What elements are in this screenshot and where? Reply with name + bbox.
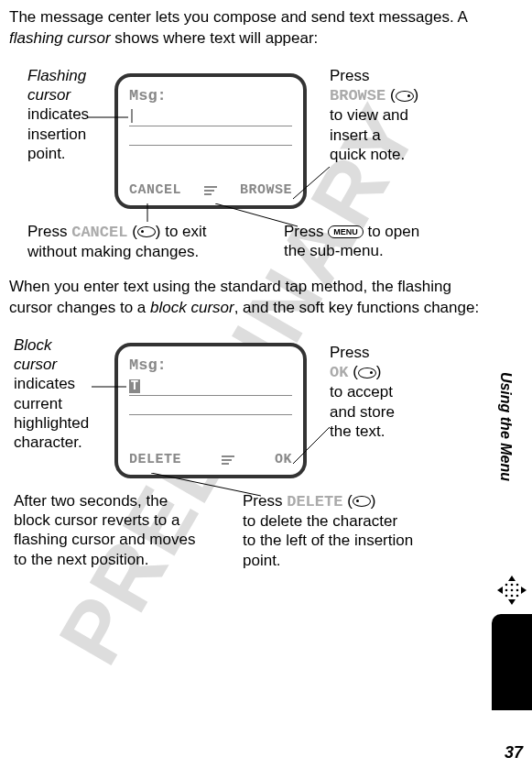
co-ok-l2: OK — [330, 364, 348, 381]
flashing-cursor — [131, 109, 134, 123]
co-br-l3: to view and — [330, 106, 408, 124]
svg-point-14 — [505, 595, 508, 598]
co-ok-l4: and store — [330, 403, 395, 421]
right-softkey-icon — [396, 91, 414, 102]
callout-block-cursor: Block cursor indicates current highlight… — [14, 335, 89, 453]
co-ca-l2: without making changes. — [27, 243, 199, 260]
co-fc-l4: insertion — [27, 126, 86, 143]
callout-flashing-cursor: Flashing cursor indicates insertion poin… — [27, 66, 89, 163]
callout-ok: Press OK () to accept and store the text… — [330, 343, 395, 441]
msg-label-2: Msg: — [129, 356, 292, 377]
softkey-ok: OK — [275, 451, 292, 469]
intro-flashing-term: flashing cursor — [9, 29, 111, 47]
svg-marker-9 — [497, 587, 503, 594]
co-fc-l5: point. — [27, 145, 66, 162]
intro-text-1: The message center lets you compose and … — [9, 8, 467, 26]
co-rv-l4: to the next position. — [14, 551, 148, 568]
intro-text-2: shows where text will appear: — [111, 29, 319, 47]
co-bc-l6: character. — [14, 433, 82, 451]
co-de-l2: to delete the character — [243, 512, 397, 530]
svg-point-13 — [516, 589, 519, 592]
svg-point-15 — [511, 595, 514, 598]
co-rv-l3: flashing cursor and moves — [14, 531, 195, 548]
co-me-p2: to open — [364, 223, 419, 240]
softkey-row-1: CANCEL BROWSE — [118, 181, 303, 200]
co-br-l1: Press — [330, 67, 369, 84]
intro-paragraph: The message center lets you compose and … — [9, 7, 482, 49]
softkey-delete: DELETE — [129, 451, 181, 469]
co-bc-l1: Block — [14, 336, 52, 354]
diagram-1: Msg: CANCEL BROWSE Flashing cursor indic… — [9, 66, 482, 277]
co-me-p1: Press — [284, 223, 328, 240]
svg-marker-8 — [508, 599, 516, 605]
msg-input-line3: T — [129, 379, 292, 396]
co-bc-l2: cursor — [14, 356, 57, 373]
phone-screen-1: Msg: CANCEL BROWSE — [114, 73, 307, 209]
co-de-l3: to the left of the insertion — [243, 532, 413, 549]
co-br-l4: insert a — [330, 126, 381, 144]
co-de-l4: point. — [243, 552, 281, 569]
msg-label-1: Msg: — [129, 86, 292, 107]
co-de-p1: Press — [243, 492, 287, 510]
left-softkey-icon — [137, 226, 156, 237]
callout-delete: Press DELETE () to delete the character … — [243, 491, 413, 570]
softkey-browse: BROWSE — [240, 181, 292, 200]
svg-point-19 — [516, 584, 519, 587]
svg-point-18 — [511, 584, 514, 587]
co-fc-l1: Flashing — [27, 67, 86, 84]
msg-input-line1 — [129, 109, 292, 126]
co-bc-l4: current — [14, 395, 62, 412]
co-rv-l1: After two seconds, the — [14, 492, 168, 510]
softkey-row-2: DELETE OK — [118, 451, 303, 469]
svg-point-12 — [511, 589, 514, 592]
co-rv-l2: block cursor reverts to a — [14, 511, 179, 529]
mid-paragraph: When you enter text using the standard t… — [9, 277, 482, 319]
co-ca-p1: Press — [27, 223, 71, 240]
svg-marker-10 — [521, 587, 527, 594]
menu-icon-2 — [222, 455, 234, 465]
msg-input-line2 — [129, 128, 292, 146]
co-de-mono: DELETE — [287, 493, 342, 510]
co-fc-l2: cursor — [27, 86, 71, 104]
right-softkey-icon-2 — [358, 368, 376, 379]
mid-p2: , and the soft key functions change: — [234, 299, 479, 316]
co-ca-mono: CANCEL — [71, 224, 127, 241]
callout-revert: After two seconds, the block cursor reve… — [14, 491, 195, 569]
mid-block-term: block cursor — [150, 299, 234, 316]
softkey-cancel: CANCEL — [129, 181, 181, 200]
co-bc-l5: highlighted — [14, 414, 89, 432]
msg-input-line4 — [129, 398, 292, 415]
callout-browse: Press BROWSE () to view and insert a qui… — [330, 66, 418, 164]
co-br-l5: quick note. — [330, 146, 405, 163]
co-bc-l3: indicates — [14, 375, 75, 392]
phone-screen-2: Msg: T DELETE OK — [114, 343, 307, 478]
svg-point-16 — [516, 595, 519, 598]
co-fc-l3: indicates — [27, 105, 89, 123]
co-ca-p2: to exit — [160, 223, 206, 240]
callout-cancel: Press CANCEL () to exit without making c… — [27, 222, 207, 262]
callout-menu: Press MENU to open the sub-menu. — [284, 222, 419, 261]
svg-point-11 — [505, 589, 508, 592]
menu-key-icon: MENU — [328, 225, 364, 238]
page-content: The message center lets you compose and … — [0, 0, 532, 583]
co-ok-l5: the text. — [330, 422, 385, 440]
co-me-l2: the sub-menu. — [284, 242, 384, 259]
co-ok-l3: to accept — [330, 383, 393, 400]
svg-point-17 — [505, 584, 508, 587]
block-cursor: T — [129, 379, 140, 393]
left-softkey-icon-2 — [353, 496, 371, 507]
co-br-l2: BROWSE — [330, 87, 385, 104]
co-ok-l1: Press — [330, 344, 369, 361]
page-number: 37 — [505, 743, 523, 763]
thumb-tab — [492, 614, 532, 710]
menu-icon — [204, 186, 217, 195]
diagram-2: Msg: T DELETE OK Block cursor indicates … — [9, 335, 482, 583]
